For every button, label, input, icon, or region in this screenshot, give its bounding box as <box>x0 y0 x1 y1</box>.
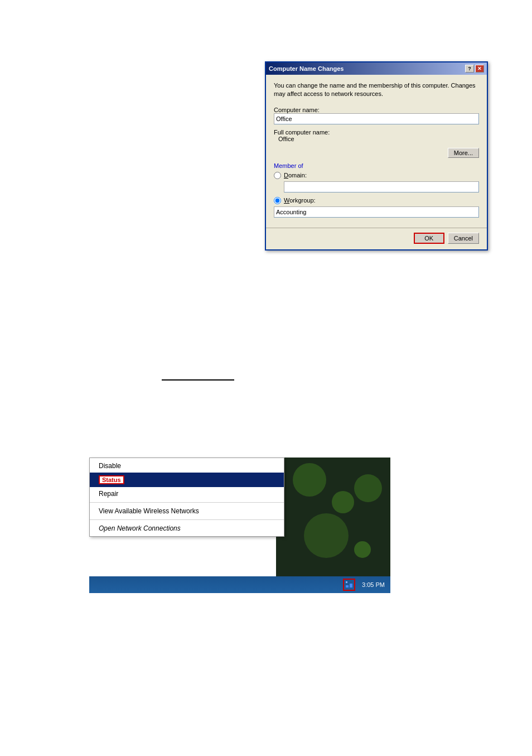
domain-input[interactable] <box>284 181 479 192</box>
titlebar-buttons: ? ✕ <box>465 65 484 73</box>
workgroup-input[interactable] <box>274 206 479 218</box>
cancel-button[interactable]: Cancel <box>448 233 479 244</box>
section-divider <box>162 379 234 381</box>
svg-rect-0 <box>346 585 349 588</box>
help-button[interactable]: ? <box>465 65 474 73</box>
svg-rect-1 <box>350 584 352 588</box>
network-icon-box[interactable] <box>343 579 355 591</box>
menu-separator <box>90 502 284 503</box>
computer-name-changes-dialog: Computer Name Changes ? ✕ You can change… <box>265 61 488 251</box>
dialog-titlebar: Computer Name Changes ? ✕ <box>266 62 487 75</box>
context-menu-wrapper: Disable Status Repair View Available Wir… <box>89 458 390 537</box>
menu-item-repair[interactable]: Repair <box>90 487 284 500</box>
dialog-footer: OK Cancel <box>266 228 487 249</box>
menu-item-open-connections-label: Open Network Connections <box>99 524 181 532</box>
menu-item-wireless[interactable]: View Available Wireless Networks <box>90 504 284 518</box>
ok-button[interactable]: OK <box>414 233 444 244</box>
menu-item-wireless-label: View Available Wireless Networks <box>99 507 199 515</box>
domain-radio-row: Domain: <box>274 172 479 179</box>
full-computer-name-value: Office <box>278 136 479 142</box>
workgroup-radio-row: Workgroup: <box>274 197 479 204</box>
dialog-description: You can change the name and the membersh… <box>274 81 479 99</box>
full-computer-name-section: Full computer name: Office <box>274 129 479 142</box>
menu-separator-2 <box>90 519 284 520</box>
menu-item-disable[interactable]: Disable <box>90 459 284 473</box>
context-menu: Disable Status Repair View Available Wir… <box>89 458 284 537</box>
workgroup-radio-label: Workgroup: <box>284 197 316 204</box>
status-badge: Status <box>99 475 124 484</box>
dialog-body: You can change the name and the membersh… <box>266 75 487 228</box>
domain-radio[interactable] <box>274 172 281 179</box>
dialog-title: Computer Name Changes <box>269 65 465 72</box>
workgroup-radio[interactable] <box>274 197 281 204</box>
taskbar: 3:05 PM <box>89 576 390 593</box>
full-computer-name-label: Full computer name: <box>274 129 330 136</box>
close-button[interactable]: ✕ <box>475 65 484 73</box>
svg-rect-2 <box>346 581 347 583</box>
menu-item-disable-label: Disable <box>99 462 121 470</box>
member-of-label: Member of <box>274 162 479 169</box>
menu-item-status[interactable]: Status <box>90 473 284 487</box>
domain-radio-label: Domain: <box>284 172 307 179</box>
more-button-row: More... <box>274 148 479 158</box>
more-button[interactable]: More... <box>448 148 479 158</box>
menu-item-open-connections[interactable]: Open Network Connections <box>90 522 284 535</box>
menu-item-repair-label: Repair <box>99 490 118 498</box>
network-icon <box>345 581 353 589</box>
taskbar-clock: 3:05 PM <box>356 581 390 588</box>
dialog-container: Computer Name Changes ? ✕ You can change… <box>265 61 488 251</box>
computer-name-label: Computer name: <box>274 107 320 113</box>
computer-name-input[interactable] <box>274 113 479 124</box>
